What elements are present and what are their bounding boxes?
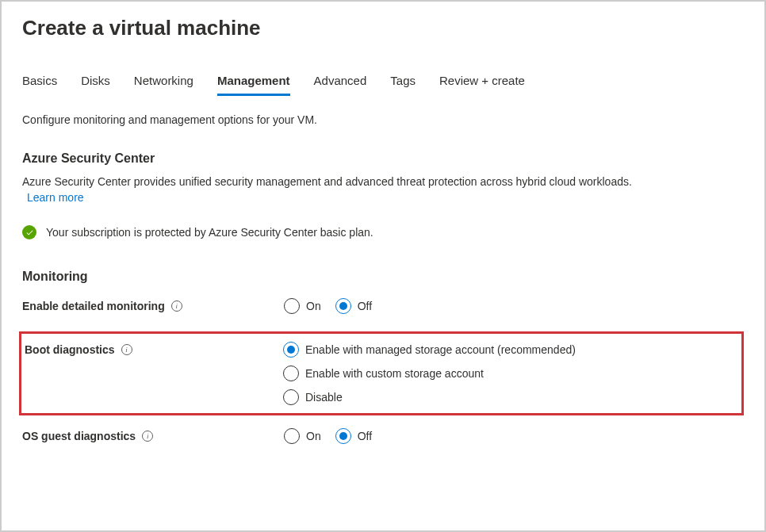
radio-icon bbox=[335, 428, 351, 444]
tab-tags[interactable]: Tags bbox=[390, 74, 416, 96]
boot-diag-disable[interactable]: Disable bbox=[283, 389, 576, 405]
os-guest-diagnostics-group: On Off bbox=[284, 428, 372, 444]
learn-more-link[interactable]: Learn more bbox=[27, 191, 84, 204]
security-center-heading: Azure Security Center bbox=[22, 151, 744, 166]
detailed-monitoring-group: On Off bbox=[284, 298, 372, 314]
radio-label: Enable with custom storage account bbox=[305, 367, 484, 380]
radio-label: On bbox=[306, 430, 321, 442]
tab-networking[interactable]: Networking bbox=[134, 74, 193, 96]
tab-disks[interactable]: Disks bbox=[81, 74, 110, 96]
boot-diag-managed[interactable]: Enable with managed storage account (rec… bbox=[283, 342, 576, 358]
security-center-description: Azure Security Center provides unified s… bbox=[22, 175, 632, 188]
security-status-text: Your subscription is protected by Azure … bbox=[46, 226, 373, 239]
info-icon[interactable]: i bbox=[121, 344, 132, 355]
detailed-monitoring-off[interactable]: Off bbox=[335, 298, 372, 314]
radio-icon bbox=[284, 428, 300, 444]
boot-diagnostics-group: Enable with managed storage account (rec… bbox=[283, 342, 576, 405]
detailed-monitoring-label: Enable detailed monitoring bbox=[22, 300, 165, 312]
radio-icon bbox=[283, 366, 299, 381]
radio-icon bbox=[283, 342, 299, 358]
detailed-monitoring-on[interactable]: On bbox=[284, 298, 321, 314]
detailed-monitoring-row: Enable detailed monitoring i On Off bbox=[22, 298, 744, 314]
radio-label: Enable with managed storage account (rec… bbox=[305, 343, 576, 356]
os-guest-diagnostics-label: OS guest diagnostics bbox=[22, 430, 136, 442]
radio-icon bbox=[283, 389, 299, 405]
boot-diagnostics-label: Boot diagnostics bbox=[25, 343, 115, 356]
info-icon[interactable]: i bbox=[171, 300, 182, 312]
boot-diagnostics-row: Boot diagnostics i Enable with managed s… bbox=[21, 342, 738, 405]
os-guest-on[interactable]: On bbox=[284, 428, 321, 444]
radio-icon bbox=[335, 298, 351, 314]
tabs-nav: Basics Disks Networking Management Advan… bbox=[22, 74, 744, 96]
radio-label: Disable bbox=[305, 391, 343, 404]
tab-description: Configure monitoring and management opti… bbox=[22, 113, 744, 126]
os-guest-diagnostics-row: OS guest diagnostics i On Off bbox=[22, 428, 744, 444]
page-title: Create a virtual machine bbox=[22, 16, 744, 40]
monitoring-heading: Monitoring bbox=[22, 270, 744, 284]
boot-diagnostics-highlight: Boot diagnostics i Enable with managed s… bbox=[19, 331, 744, 415]
tab-basics[interactable]: Basics bbox=[22, 74, 57, 96]
info-icon[interactable]: i bbox=[142, 431, 153, 442]
tab-management[interactable]: Management bbox=[217, 74, 290, 96]
check-success-icon bbox=[22, 225, 36, 239]
radio-label: Off bbox=[358, 430, 372, 442]
boot-diag-custom[interactable]: Enable with custom storage account bbox=[283, 366, 576, 381]
tab-advanced[interactable]: Advanced bbox=[314, 74, 367, 96]
os-guest-off[interactable]: Off bbox=[335, 428, 372, 444]
radio-label: On bbox=[306, 300, 321, 312]
tab-review-create[interactable]: Review + create bbox=[439, 74, 525, 96]
radio-icon bbox=[284, 298, 300, 314]
security-status-row: Your subscription is protected by Azure … bbox=[22, 225, 744, 239]
radio-label: Off bbox=[358, 300, 372, 312]
